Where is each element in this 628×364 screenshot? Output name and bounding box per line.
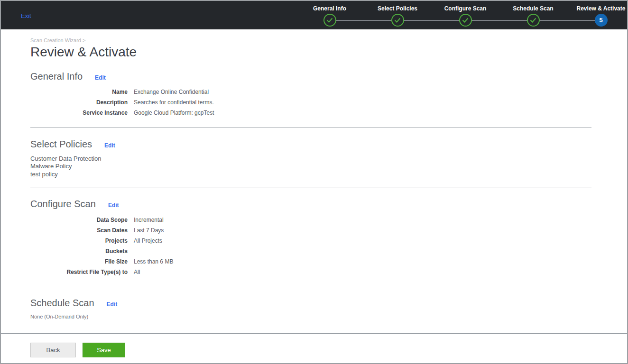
policy-item: Malware Policy: [30, 163, 627, 170]
field-row-restrict-file-types: Restrict File Type(s) to All: [30, 269, 627, 279]
policy-item: Customer Data Protection: [30, 155, 627, 163]
section-select-policies-header: Select Policies Edit: [30, 139, 627, 149]
field-value: Searches for confidential terms.: [134, 99, 214, 106]
section-title: General Info: [30, 71, 83, 82]
section-configure-scan-header: Configure Scan Edit: [30, 199, 627, 209]
field-row-file-size: File Size Less than 6 MB: [30, 258, 627, 269]
back-button[interactable]: Back: [30, 343, 76, 357]
field-row-description: Description Searches for confidential te…: [30, 99, 627, 109]
field-label: Service Instance: [30, 109, 128, 116]
step-number: 5: [599, 17, 602, 24]
section-divider: [30, 127, 591, 127]
field-label: Data Scope: [30, 217, 128, 223]
field-row-service-instance: Service Instance Google Cloud Platform: …: [30, 109, 627, 120]
field-value: Last 7 Days: [134, 227, 164, 234]
section-title: Configure Scan: [30, 199, 96, 209]
field-value: All: [134, 269, 140, 275]
step-configure-scan[interactable]: Configure Scan: [431, 5, 499, 27]
edit-general-info-link[interactable]: Edit: [95, 74, 106, 81]
field-value: Incremental: [134, 217, 164, 223]
breadcrumb-link[interactable]: Scan Creation Wizard: [30, 37, 81, 43]
footer-buttons: Back Save: [30, 343, 125, 357]
save-button[interactable]: Save: [83, 343, 125, 357]
field-value: All Projects: [134, 237, 162, 244]
step-label: General Info: [313, 5, 346, 12]
field-row-data-scope: Data Scope Incremental: [30, 217, 627, 227]
check-icon: [462, 16, 469, 25]
field-label: Name: [30, 89, 128, 95]
step-circle-complete: [459, 14, 472, 27]
scan-wizard-window: Exit General Info Select Policies Config…: [0, 0, 628, 364]
step-circle-complete: [391, 14, 404, 27]
field-row-name: Name Exchange Online Confidential: [30, 89, 627, 99]
section-general-info-header: General Info Edit: [30, 71, 627, 82]
step-label: Select Policies: [378, 5, 417, 12]
step-review-activate[interactable]: Review & Activate 5: [567, 5, 628, 27]
policy-item: test policy: [30, 171, 627, 178]
exit-link[interactable]: Exit: [21, 12, 31, 19]
section-title: Schedule Scan: [30, 298, 94, 308]
footer-divider: [1, 333, 627, 334]
field-label: Projects: [30, 237, 128, 244]
check-icon: [326, 16, 333, 25]
main-content: Scan Creation Wizard > Review & Activate…: [1, 29, 627, 320]
policy-list: Customer Data Protection Malware Policy …: [30, 155, 627, 178]
step-label: Schedule Scan: [513, 5, 553, 12]
field-label: File Size: [30, 258, 128, 265]
field-label: Buckets: [30, 248, 128, 255]
step-schedule-scan[interactable]: Schedule Scan: [499, 5, 567, 27]
step-circle-current: 5: [595, 14, 608, 27]
edit-select-policies-link[interactable]: Edit: [104, 142, 115, 149]
field-row-scan-dates: Scan Dates Last 7 Days: [30, 227, 627, 237]
page-title: Review & Activate: [30, 45, 627, 59]
check-icon: [394, 16, 401, 25]
step-general-info[interactable]: General Info: [296, 5, 364, 27]
step-select-policies[interactable]: Select Policies: [363, 5, 432, 27]
breadcrumb: Scan Creation Wizard >: [30, 29, 627, 44]
section-divider: [30, 287, 591, 287]
step-label: Review & Activate: [577, 5, 626, 12]
field-value: Less than 6 MB: [134, 258, 173, 265]
section-divider: [30, 188, 591, 188]
breadcrumb-separator: >: [83, 37, 85, 43]
edit-configure-scan-link[interactable]: Edit: [108, 202, 119, 209]
field-label: Restrict File Type(s) to: [30, 269, 128, 275]
schedule-scan-value: None (On-Demand Only): [30, 314, 627, 320]
section-schedule-scan-header: Schedule Scan Edit: [30, 298, 627, 308]
field-label: Scan Dates: [30, 227, 128, 234]
field-label: Description: [30, 99, 128, 106]
edit-schedule-scan-link[interactable]: Edit: [107, 301, 118, 308]
general-info-fields: Name Exchange Online Confidential Descri…: [30, 89, 627, 120]
field-row-projects: Projects All Projects: [30, 237, 627, 248]
field-row-buckets: Buckets: [30, 248, 627, 258]
section-title: Select Policies: [30, 139, 92, 149]
field-value: Google Cloud Platform: gcpTest: [134, 109, 214, 116]
configure-scan-fields: Data Scope Incremental Scan Dates Last 7…: [30, 217, 627, 279]
step-circle-complete: [323, 14, 336, 27]
check-icon: [530, 16, 536, 25]
step-label: Configure Scan: [444, 5, 487, 12]
field-value: Exchange Online Confidential: [134, 89, 209, 95]
step-circle-complete: [527, 14, 540, 27]
wizard-header: Exit General Info Select Policies Config…: [1, 1, 627, 29]
